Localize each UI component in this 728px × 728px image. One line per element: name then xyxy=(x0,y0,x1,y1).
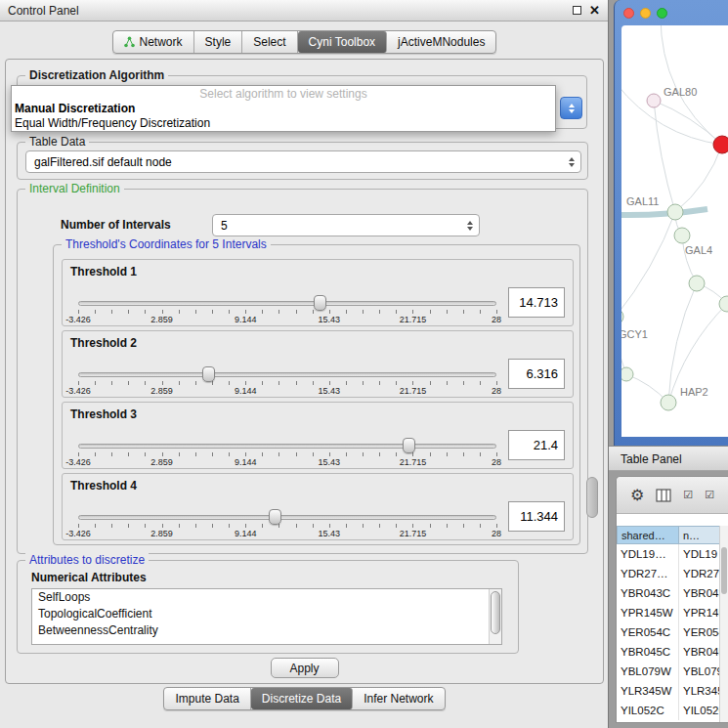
algorithm-combo-button[interactable] xyxy=(560,97,582,119)
network-edge[interactable] xyxy=(621,317,626,374)
network-edge[interactable] xyxy=(661,25,722,145)
slider-tick xyxy=(162,310,163,314)
threshold-slider[interactable]: -3.4262.8599.14415.4321.71528 xyxy=(78,507,496,538)
dropdown-placeholder-option[interactable]: Select algorithm to view settings xyxy=(12,86,555,102)
threshold-value-input[interactable]: 14.713 xyxy=(508,287,565,318)
tab-label: jActiveMNodules xyxy=(398,35,485,49)
column-header-1[interactable]: shared… xyxy=(617,526,679,544)
network-edge[interactable] xyxy=(675,145,722,212)
network-edge[interactable] xyxy=(621,209,707,215)
list-scrollbar[interactable] xyxy=(489,589,501,644)
threshold-panel-4: Threshold 4-3.4262.8599.14415.4321.71528… xyxy=(62,473,574,540)
cyni-toolbox-panel: Discretization Algorithm Select algorith… xyxy=(5,59,604,684)
close-window-icon[interactable]: ✕ xyxy=(589,4,600,17)
dropdown-option-manual-discretization[interactable]: Manual Discretization xyxy=(12,102,555,116)
network-edge[interactable] xyxy=(654,101,722,145)
tab-label: Impute Data xyxy=(175,692,238,706)
attribute-item-selfloops[interactable]: SelfLoops xyxy=(32,589,501,606)
slider-thumb[interactable] xyxy=(403,438,415,453)
tab-impute-data[interactable]: Impute Data xyxy=(164,688,250,709)
slider-tick xyxy=(329,452,330,456)
slider-tick xyxy=(496,310,497,314)
slider-tick xyxy=(396,381,397,385)
network-edge[interactable] xyxy=(668,283,697,403)
network-node[interactable] xyxy=(689,276,705,291)
attribute-item-betweennesscentrality[interactable]: BetweennessCentrality xyxy=(32,622,501,639)
threshold-value-input[interactable]: 11.344 xyxy=(508,501,565,532)
network-node[interactable] xyxy=(647,94,661,107)
threshold-slider[interactable]: -3.4262.8599.14415.4321.71528 xyxy=(78,364,496,396)
gear-icon[interactable]: ⚙ xyxy=(630,488,644,503)
dropdown-option-equal-width-frequency-discretization[interactable]: Equal Width/Frequency Discretization xyxy=(12,116,555,131)
columns-icon[interactable] xyxy=(656,489,671,502)
tab-select[interactable]: Select xyxy=(242,31,297,53)
threshold-slider[interactable]: -3.4262.8599.14415.4321.71528 xyxy=(78,436,496,467)
table-row[interactable]: YDL19…YDL19 xyxy=(617,544,728,564)
slider-track[interactable] xyxy=(78,372,496,377)
threshold-slider[interactable]: -3.4262.8599.14415.4321.71528 xyxy=(78,293,496,324)
attr-items: SelfLoopsTopologicalCoefficientBetweenne… xyxy=(32,589,501,639)
slider-tick xyxy=(346,524,347,528)
threshold-value-input[interactable]: 6.316 xyxy=(508,359,565,389)
table-data-select[interactable]: galFiltered.sif default node xyxy=(25,150,581,173)
slider-tick xyxy=(162,381,163,385)
table-scrollbar[interactable] xyxy=(719,526,728,722)
zoom-traffic-icon[interactable] xyxy=(657,8,667,19)
close-traffic-icon[interactable] xyxy=(623,8,634,19)
slider-tick xyxy=(95,381,96,385)
slider-tick xyxy=(212,452,213,456)
slider-thumb[interactable] xyxy=(202,366,215,382)
slider-scale-label: 2.859 xyxy=(150,457,173,467)
table-panel-header[interactable]: Table Panel xyxy=(609,446,728,471)
threshold-value-input[interactable]: 21.4 xyxy=(508,430,565,460)
table-scrollbar-thumb[interactable] xyxy=(721,547,727,594)
slider-track[interactable] xyxy=(78,444,496,449)
slider-thumb[interactable] xyxy=(269,509,281,525)
tab-cyni-toolbox[interactable]: Cyni Toolbox xyxy=(298,31,387,53)
slider-thumb[interactable] xyxy=(314,295,326,311)
network-edge[interactable] xyxy=(621,212,675,317)
slider-scale-label: -3.426 xyxy=(65,529,91,538)
attribute-item-topologicalcoefficient[interactable]: TopologicalCoefficient xyxy=(32,606,501,622)
attributes-group-title: Attributes to discretize xyxy=(25,553,149,567)
tab-network[interactable]: Network xyxy=(113,31,194,53)
algorithm-dropdown-options: Manual DiscretizationEqual Width/Frequen… xyxy=(12,102,555,131)
select-column-checkbox-icon[interactable]: ☑ xyxy=(705,489,714,501)
table-row[interactable]: YER054CYER054C xyxy=(617,622,728,642)
network-node[interactable] xyxy=(621,309,623,324)
network-node[interactable] xyxy=(713,136,728,153)
tab-infer-network[interactable]: Infer Network xyxy=(353,688,444,709)
control-panel-titlebar[interactable]: Control Panel ✕ xyxy=(0,0,608,21)
slider-tick xyxy=(245,452,246,456)
network-node[interactable] xyxy=(667,204,683,220)
network-node[interactable] xyxy=(661,395,676,410)
slider-tick xyxy=(262,381,263,385)
network-node[interactable] xyxy=(674,228,690,243)
apply-button[interactable]: Apply xyxy=(271,658,339,678)
table-row[interactable]: YBR045CYBR045C xyxy=(617,642,728,662)
tab-jactivemnodules[interactable]: jActiveMNodules xyxy=(387,31,495,53)
select-all-checkbox-icon[interactable]: ☑ xyxy=(683,489,693,501)
network-node[interactable] xyxy=(719,296,728,312)
list-scrollbar-thumb[interactable] xyxy=(491,591,500,634)
tab-discretize-data[interactable]: Discretize Data xyxy=(251,688,353,709)
table-row[interactable]: YBL079WYBL079W xyxy=(617,662,728,681)
slider-tick xyxy=(212,381,213,385)
table-row[interactable]: YIL052CYIL052C xyxy=(617,701,728,720)
slider-track[interactable] xyxy=(78,515,496,520)
number-of-intervals-select[interactable]: 5 xyxy=(212,214,480,236)
table-browser-window: ⚙ ☑ ☑ shared…n… YDL19…YDL19YDR27…YDR27YB… xyxy=(616,476,728,723)
table-row[interactable]: YPR145WYPR145W xyxy=(617,603,728,622)
slider-track[interactable] xyxy=(78,301,496,306)
panel-scrollbar-thumb[interactable] xyxy=(586,477,598,518)
network-node[interactable] xyxy=(621,367,633,381)
table-row[interactable]: YLR345WYLR345W xyxy=(617,681,728,701)
table-row[interactable]: YDR27…YDR27 xyxy=(617,564,728,583)
combo-arrows-icon xyxy=(569,157,575,167)
tab-style[interactable]: Style xyxy=(194,31,243,53)
network-canvas[interactable]: GAL80GAL11GAL4GCY1HAP2 xyxy=(621,25,728,437)
float-window-icon[interactable] xyxy=(573,6,581,15)
minimize-traffic-icon[interactable] xyxy=(640,8,651,19)
table-row[interactable]: YBR043CYBR043C xyxy=(617,583,728,603)
slider-scale-label: 21.715 xyxy=(400,386,427,396)
